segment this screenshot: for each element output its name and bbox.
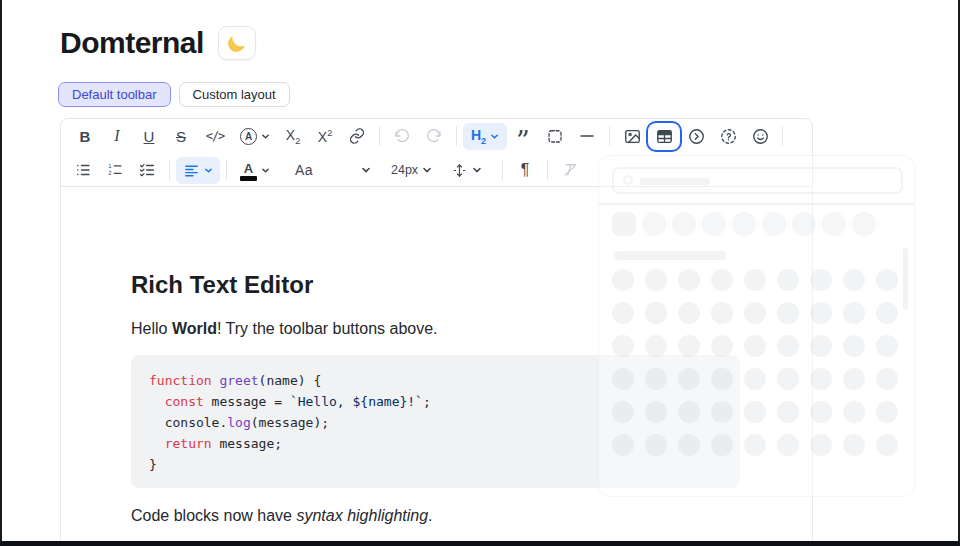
picker-content-faded bbox=[599, 156, 914, 496]
italic-button[interactable]: I bbox=[101, 123, 133, 150]
document-paragraph-intro: Hello World! Try the toolbar buttons abo… bbox=[131, 320, 438, 338]
details-icon bbox=[687, 127, 706, 146]
fading-picker-popover bbox=[598, 155, 915, 497]
font-size-dropdown[interactable]: 24px bbox=[387, 157, 436, 184]
link-icon bbox=[348, 127, 366, 145]
picker-divider bbox=[599, 203, 914, 205]
special-character-icon bbox=[719, 127, 738, 146]
quote-icon: ” bbox=[516, 125, 530, 147]
task-list-icon bbox=[138, 161, 156, 179]
moon-icon bbox=[226, 32, 247, 53]
align-left-icon bbox=[183, 162, 200, 179]
search-placeholder-bar bbox=[640, 178, 710, 185]
special-character-button[interactable] bbox=[712, 123, 744, 150]
toolbar-row-1: B I U S </> A X2 X2 H2 ” bbox=[61, 119, 812, 153]
page-title: Domternal bbox=[60, 26, 204, 60]
document-heading: Rich Text Editor bbox=[131, 271, 313, 299]
line-height-dropdown[interactable] bbox=[444, 157, 488, 184]
emoji-icon bbox=[751, 127, 770, 146]
task-list-button[interactable] bbox=[131, 157, 163, 184]
redo-button[interactable] bbox=[418, 123, 450, 150]
pilcrow-icon: ¶ bbox=[521, 161, 530, 179]
align-dropdown[interactable] bbox=[176, 157, 220, 184]
toolbar-divider bbox=[547, 160, 548, 180]
code-block-icon bbox=[546, 127, 564, 145]
chevron-down-icon bbox=[361, 165, 371, 175]
window-edge-bottom bbox=[0, 541, 960, 546]
heading-dropdown[interactable]: H2 bbox=[463, 123, 507, 150]
toolbar-divider bbox=[169, 160, 170, 180]
horizontal-rule-icon bbox=[578, 127, 596, 145]
paragraph-marks-button[interactable]: ¶ bbox=[509, 157, 541, 184]
color-swatch bbox=[240, 176, 257, 181]
undo-icon bbox=[393, 127, 411, 145]
details-button[interactable] bbox=[680, 123, 712, 150]
window-edge-left bbox=[0, 0, 2, 546]
picker-search-input[interactable] bbox=[612, 167, 903, 194]
circled-a-icon: A bbox=[240, 128, 257, 145]
chevron-down-icon bbox=[261, 132, 270, 141]
text-color-dropdown[interactable]: A bbox=[233, 157, 277, 184]
redo-icon bbox=[425, 127, 443, 145]
tab-default-toolbar[interactable]: Default toolbar bbox=[58, 82, 171, 107]
table-icon bbox=[655, 127, 674, 146]
clear-formatting-button[interactable] bbox=[554, 157, 586, 184]
search-icon bbox=[623, 175, 633, 185]
app-header: Domternal bbox=[60, 26, 256, 60]
blockquote-button[interactable]: ” bbox=[507, 123, 539, 150]
chevron-down-icon bbox=[472, 165, 482, 175]
image-button[interactable] bbox=[616, 123, 648, 150]
line-height-icon bbox=[451, 162, 468, 179]
subscript-button[interactable]: X2 bbox=[277, 123, 309, 150]
bullet-list-button[interactable] bbox=[67, 157, 99, 184]
toolbar-divider bbox=[379, 126, 380, 146]
chevron-down-icon bbox=[204, 166, 213, 175]
picker-item-grid[interactable] bbox=[612, 269, 903, 456]
text-color-icon: A bbox=[240, 160, 257, 181]
text-style-dropdown[interactable]: A bbox=[233, 123, 277, 150]
undo-button[interactable] bbox=[386, 123, 418, 150]
code-block-button[interactable] bbox=[539, 123, 571, 150]
table-button[interactable] bbox=[648, 123, 680, 150]
underline-button[interactable]: U bbox=[133, 123, 165, 150]
toolbar-mode-tabs: Default toolbar Custom layout bbox=[58, 82, 290, 107]
toolbar-divider bbox=[502, 160, 503, 180]
picker-category-row[interactable] bbox=[612, 212, 876, 236]
inline-code-button[interactable]: </> bbox=[197, 123, 233, 150]
toolbar-divider bbox=[782, 126, 783, 146]
superscript-button[interactable]: X2 bbox=[309, 123, 341, 150]
image-icon bbox=[623, 127, 642, 146]
toolbar-divider bbox=[609, 126, 610, 146]
emoji-button[interactable] bbox=[744, 123, 776, 150]
theme-toggle-button[interactable] bbox=[218, 26, 256, 60]
font-family-dropdown[interactable]: Aa bbox=[287, 157, 379, 184]
picker-scrollbar[interactable] bbox=[903, 248, 908, 310]
chevron-down-icon bbox=[261, 166, 270, 175]
ordered-list-icon: 12 bbox=[106, 161, 124, 179]
tab-custom-layout[interactable]: Custom layout bbox=[179, 82, 290, 107]
strikethrough-button[interactable]: S bbox=[165, 123, 197, 150]
bullet-list-icon bbox=[74, 161, 92, 179]
svg-text:1: 1 bbox=[108, 163, 112, 169]
toolbar-divider bbox=[226, 160, 227, 180]
document-paragraph-outro: Code blocks now have syntax highlighting… bbox=[131, 507, 433, 525]
chevron-down-icon bbox=[422, 165, 432, 175]
picker-section-label bbox=[614, 251, 726, 260]
svg-text:2: 2 bbox=[108, 170, 112, 176]
horizontal-rule-button[interactable] bbox=[571, 123, 603, 150]
bold-button[interactable]: B bbox=[69, 123, 101, 150]
clear-format-icon bbox=[561, 161, 579, 179]
link-button[interactable] bbox=[341, 123, 373, 150]
chevron-down-icon bbox=[490, 132, 499, 141]
ordered-list-button[interactable]: 12 bbox=[99, 157, 131, 184]
toolbar-divider bbox=[456, 126, 457, 146]
